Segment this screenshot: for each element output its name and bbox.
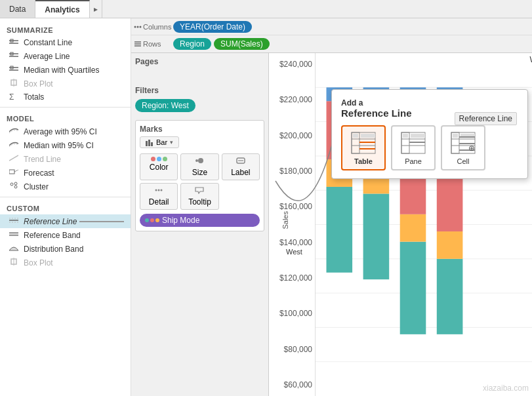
box-plot-icon bbox=[9, 79, 20, 89]
summarize-section-title: Summarize bbox=[0, 22, 131, 36]
ref-line-opt-table[interactable]: Table bbox=[341, 125, 386, 170]
color-mark-button[interactable]: Color bbox=[140, 153, 178, 180]
model-section-title: Model bbox=[0, 111, 131, 125]
reference-band-icon bbox=[9, 230, 20, 240]
watermark: xiazaiba.com bbox=[483, 384, 529, 393]
shelf-area: Columns YEAR(Order Date) Rows Region bbox=[131, 18, 532, 53]
constant-line-label: Constant Line bbox=[24, 38, 72, 47]
bar-chart-icon bbox=[146, 138, 153, 146]
sidebar-item-distribution-band[interactable]: Distribution Band bbox=[0, 242, 131, 256]
label-icon bbox=[236, 157, 245, 167]
sidebar-item-avg-95ci[interactable]: Average with 95% CI bbox=[0, 125, 131, 138]
ship-mode-pill[interactable]: Ship Mode bbox=[140, 214, 260, 227]
tab-analytics[interactable]: Analytics bbox=[35, 0, 89, 18]
svg-text:West: West bbox=[529, 55, 532, 64]
totals-label: Totals bbox=[24, 92, 44, 102]
svg-rect-33 bbox=[151, 142, 153, 146]
svg-point-34 bbox=[195, 159, 198, 162]
box-plot-custom-label: Box Plot bbox=[24, 258, 53, 267]
med-95ci-label: Median with 95% CI bbox=[24, 141, 94, 150]
cluster-label: Cluster bbox=[24, 182, 49, 191]
svg-rect-46 bbox=[361, 134, 375, 138]
reference-line-popup: Add a Reference Line bbox=[331, 89, 528, 179]
left-shelf-panel: Pages Filters Region: West Marks bbox=[131, 53, 269, 396]
tooltip-icon bbox=[195, 186, 204, 196]
svg-point-14 bbox=[10, 183, 13, 186]
ref-line-opt-pane[interactable]: Pane bbox=[391, 125, 436, 170]
chart-canvas: Add a Reference Line bbox=[269, 53, 532, 396]
label-mark-button[interactable]: Label bbox=[222, 153, 260, 180]
svg-text:⊕: ⊕ bbox=[468, 144, 475, 153]
svg-line-11 bbox=[9, 155, 18, 161]
cluster-icon bbox=[9, 182, 20, 191]
color-icon bbox=[151, 157, 167, 161]
size-mark-button[interactable]: Size bbox=[180, 153, 218, 180]
svg-rect-60 bbox=[453, 134, 458, 138]
marks-type-select[interactable]: Bar ▾ bbox=[140, 136, 179, 148]
rows-shelf: Rows Region SUM(Sales) bbox=[131, 35, 532, 52]
sum-sales-pill[interactable]: SUM(Sales) bbox=[214, 38, 270, 50]
columns-icon: Columns bbox=[134, 23, 172, 31]
size-icon bbox=[195, 157, 204, 167]
sidebar-item-cluster[interactable]: Cluster bbox=[0, 180, 131, 193]
custom-section-title: Custom bbox=[0, 201, 131, 214]
avg-95ci-label: Average with 95% CI bbox=[24, 127, 97, 136]
distribution-band-icon bbox=[9, 244, 20, 254]
cell-icon: ⊕ bbox=[449, 130, 478, 155]
west-label: West bbox=[286, 248, 302, 256]
svg-rect-83 bbox=[400, 242, 426, 334]
marks-card: Marks Bar ▾ bbox=[135, 120, 264, 231]
svg-rect-53 bbox=[403, 134, 408, 138]
filter-region-west[interactable]: Region: West bbox=[135, 99, 195, 112]
sidebar-item-constant-line[interactable]: Constant Line bbox=[0, 36, 131, 49]
svg-point-25 bbox=[134, 26, 136, 28]
svg-point-35 bbox=[198, 158, 203, 163]
sidebar-item-reference-line[interactable]: Reference Line bbox=[0, 214, 131, 228]
sidebar-item-median-quartiles[interactable]: Median with Quartiles bbox=[0, 63, 131, 77]
totals-icon: Σ bbox=[9, 92, 20, 102]
svg-rect-20 bbox=[9, 233, 18, 235]
svg-point-39 bbox=[155, 189, 157, 191]
median-quartiles-icon bbox=[9, 65, 20, 75]
reference-band-label: Reference Band bbox=[24, 231, 81, 240]
svg-rect-79 bbox=[363, 193, 390, 279]
sidebar-item-totals[interactable]: Σ Totals bbox=[0, 90, 131, 104]
svg-point-27 bbox=[140, 26, 142, 28]
svg-point-16 bbox=[14, 182, 17, 185]
sales-label: Sales bbox=[281, 211, 289, 229]
region-pill[interactable]: Region bbox=[173, 38, 211, 50]
ref-line-opt-cell[interactable]: ⊕ Cell Reference Line bbox=[441, 125, 485, 170]
rows-icon: Rows bbox=[134, 40, 172, 48]
pane-option-label: Pane bbox=[405, 157, 422, 165]
box-plot-custom-icon bbox=[9, 258, 20, 267]
trend-line-icon bbox=[9, 154, 20, 164]
marks-type-label: Bar bbox=[156, 138, 167, 146]
sidebar-item-box-plot-custom: Box Plot bbox=[0, 256, 131, 269]
filters-title: Filters bbox=[135, 86, 264, 95]
forecast-icon bbox=[9, 168, 20, 178]
tooltip-mark-button[interactable]: Tooltip bbox=[180, 183, 218, 210]
sidebar-item-med-95ci[interactable]: Median with 95% CI bbox=[0, 138, 131, 152]
reference-line-label: Reference Line bbox=[455, 112, 517, 125]
trend-line-label: Trend Line bbox=[24, 155, 61, 164]
svg-rect-84 bbox=[400, 214, 426, 242]
detail-mark-button[interactable]: Detail bbox=[140, 183, 178, 210]
tab-data[interactable]: Data bbox=[0, 0, 35, 18]
year-pill[interactable]: YEAR(Order Date) bbox=[173, 21, 252, 33]
tab-arrow[interactable]: ▸ bbox=[90, 0, 102, 18]
median-quartiles-label: Median with Quartiles bbox=[24, 66, 99, 75]
table-icon bbox=[349, 130, 378, 155]
average-line-icon bbox=[9, 51, 20, 61]
svg-point-38 bbox=[158, 189, 160, 191]
constant-line-icon bbox=[9, 38, 20, 47]
pages-title: Pages bbox=[135, 57, 264, 66]
avg-95ci-icon bbox=[9, 127, 20, 136]
svg-point-26 bbox=[137, 26, 139, 28]
columns-shelf: Columns YEAR(Order Date) bbox=[131, 18, 532, 35]
distribution-band-label: Distribution Band bbox=[24, 245, 83, 254]
sidebar-item-box-plot: Box Plot bbox=[0, 77, 131, 90]
sidebar-item-forecast[interactable]: Forecast bbox=[0, 166, 131, 180]
sidebar-item-average-line[interactable]: Average Line bbox=[0, 49, 131, 63]
sidebar-item-reference-band[interactable]: Reference Band bbox=[0, 228, 131, 242]
sidebar-item-trend-line: Trend Line bbox=[0, 152, 131, 166]
